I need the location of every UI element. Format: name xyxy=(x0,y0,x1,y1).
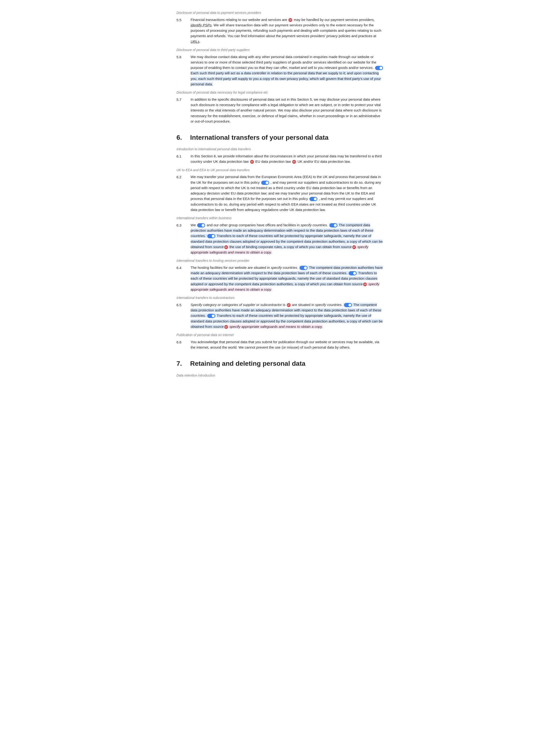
subsection-6-2: 6.2 We may transfer your personal data f… xyxy=(176,174,384,212)
text-6-6: You acknowledge that personal data that … xyxy=(190,340,379,349)
subsection-6-4: 6.4 The hosting facilities for our websi… xyxy=(176,265,384,292)
section-7-heading: 7. Retaining and deleting personal data xyxy=(176,358,384,368)
text-6-1: In this Section 6, we provide informatio… xyxy=(190,154,382,163)
subsection-5-5: 5.5 Financial transactions relating to o… xyxy=(176,17,384,44)
toggle-6-4b[interactable] xyxy=(349,271,357,275)
or-badge-6-3b: or xyxy=(352,245,356,249)
subsection-num-6-6: 6.6 xyxy=(176,339,186,350)
highlight-6-3c: the use of binding corporate rules, a co… xyxy=(229,245,352,249)
section-7-num: 7. xyxy=(176,358,186,368)
text-5-7: In addition to the specific disclosures … xyxy=(190,97,382,123)
specify-countries-6-4: specify countries xyxy=(271,266,297,270)
toggle-5-6[interactable] xyxy=(375,66,383,70)
subsection-6-1: 6.1 In this Section 6, we provide inform… xyxy=(176,153,384,164)
category-label-6-2: UK to EEA and EEA to UK personal data tr… xyxy=(176,168,384,173)
specify-countries-6-3: specify countries xyxy=(301,223,327,227)
subsection-content-5-7: In addition to the specific disclosures … xyxy=(190,97,384,124)
specify-category-6-5: Specify category or categories of suppli… xyxy=(190,303,282,307)
subsection-content-6-6: You acknowledge that personal data that … xyxy=(190,339,384,350)
toggle-6-5b[interactable] xyxy=(207,314,215,318)
or-badge-5-5: or xyxy=(288,18,292,22)
toggle-6-3a[interactable] xyxy=(197,223,205,228)
toggle-6-2a[interactable] xyxy=(261,181,269,185)
subsection-num-6-5: 6.5 xyxy=(176,302,186,329)
subsection-content-6-5: Specify category or categories of suppli… xyxy=(190,302,384,329)
or-badge-6-5b: or xyxy=(224,325,228,329)
or-badge-6-4: or xyxy=(363,283,367,286)
subsection-num-5-5: 5.5 xyxy=(176,17,186,44)
section-6-num: 6. xyxy=(176,132,186,143)
subsection-num-6-2: 6.2 xyxy=(176,174,186,212)
subsection-num-6-4: 6.4 xyxy=(176,265,186,292)
source-6-3b: source xyxy=(341,245,352,249)
subsection-num-6-3: 6.3 xyxy=(176,222,186,255)
category-label-6-4: International transfers to hosting servi… xyxy=(176,258,384,263)
subsection-num-6-1: 6.1 xyxy=(176,153,186,164)
text-5-6: We may disclose contact data along with … xyxy=(190,55,384,86)
safeguards-6-5: specify appropriate safeguards and means… xyxy=(229,325,322,329)
subsection-content-6-4: The hosting facilities for our website a… xyxy=(190,265,384,292)
section-6-heading: 6. International transfers of your perso… xyxy=(176,132,384,143)
category-label-6-3: International transfers within business xyxy=(176,216,384,221)
text-5-5: Financial transactions relating to our w… xyxy=(190,18,381,43)
category-label-5-5: Disclosure of personal data to payment s… xyxy=(176,10,384,15)
source-6-4: source xyxy=(352,282,363,286)
highlight-5-6: Each such third party will act as a data… xyxy=(190,71,381,86)
toggle-6-2b[interactable] xyxy=(309,197,317,201)
category-label-5-6: Disclosure of personal data to third par… xyxy=(176,47,384,53)
section-7-title: Retaining and deleting personal data xyxy=(190,358,305,368)
url-link: URLs xyxy=(190,39,199,43)
category-label-5-7: Disclosure of personal data necessary fo… xyxy=(176,90,384,95)
or-badge-6-1a: or xyxy=(250,160,254,164)
subsection-6-3: 6.3 We and our other group companies hav… xyxy=(176,222,384,255)
or-badge-6-1b: or xyxy=(292,160,296,164)
source-6-3a: source xyxy=(213,245,224,249)
subsection-5-7: 5.7 In addition to the specific disclosu… xyxy=(176,97,384,124)
source-6-5: source xyxy=(213,325,224,329)
text-6-3: We and our other group companies have of… xyxy=(190,223,383,254)
identify-psps: identify PSPs xyxy=(190,23,212,27)
category-label-7-intro: Data retention introduction xyxy=(176,373,384,378)
category-label-6-5: International transfers to subcontractor… xyxy=(176,295,384,301)
toggle-6-3c[interactable] xyxy=(207,234,215,238)
or-badge-6-5a: or xyxy=(287,303,291,307)
toggle-6-4a[interactable] xyxy=(299,266,307,270)
category-label-6-1: Introduction to international personal d… xyxy=(176,147,384,152)
text-6-4: The hosting facilities for our website a… xyxy=(190,266,383,291)
toggle-6-3b[interactable] xyxy=(329,223,337,228)
subsection-6-6: 6.6 You acknowledge that personal data t… xyxy=(176,339,384,350)
subsection-6-5: 6.5 Specify category or categories of su… xyxy=(176,302,384,329)
text-6-5: Specify category or categories of suppli… xyxy=(190,303,383,329)
specify-countries-6-5: specify countries xyxy=(315,303,341,307)
section-6-title: International transfers of your personal… xyxy=(190,132,328,143)
category-label-6-6: Publication of personal data on internet xyxy=(176,332,384,338)
subsection-content-6-2: We may transfer your personal data from … xyxy=(190,174,384,212)
subsection-content-6-1: In this Section 6, we provide informatio… xyxy=(190,153,384,164)
or-badge-6-3a: or xyxy=(224,245,228,249)
subsection-num-5-6: 5.6 xyxy=(176,54,186,87)
toggle-6-5a[interactable] xyxy=(344,303,352,307)
subsection-content-6-3: We and our other group companies have of… xyxy=(190,222,384,255)
subsection-content-5-6: We may disclose contact data along with … xyxy=(190,54,384,87)
text-6-2: We may transfer your personal data from … xyxy=(190,175,381,212)
subsection-content-5-5: Financial transactions relating to our w… xyxy=(190,17,384,44)
subsection-num-5-7: 5.7 xyxy=(176,97,186,124)
subsection-5-6: 5.6 We may disclose contact data along w… xyxy=(176,54,384,87)
document-body: Disclosure of personal data to payment s… xyxy=(176,10,384,378)
